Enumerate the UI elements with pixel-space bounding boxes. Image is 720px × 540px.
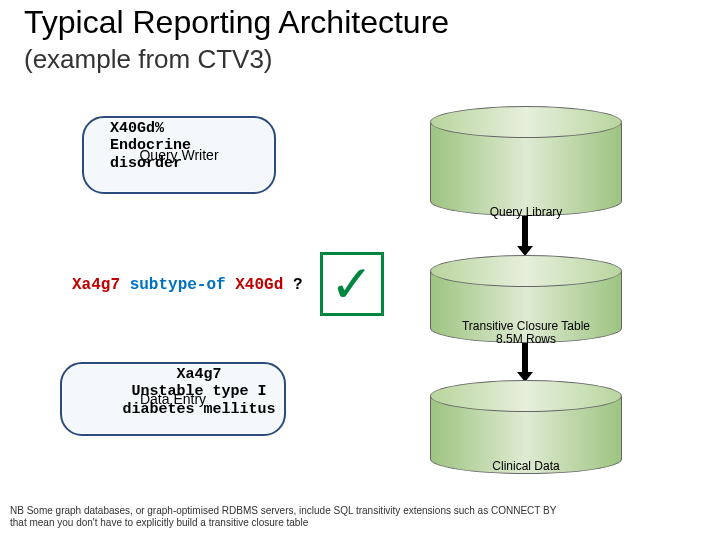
checkmark-box: ✓ [320,252,384,316]
closure-line2: 8.5M Rows [431,333,621,346]
qw-code-l1: X40Gd% [110,120,164,137]
qw-code-l2: Endocrine [110,137,191,154]
closure-line1: Transitive Closure Table [462,319,590,333]
db-transitive-closure: Transitive Closure Table 8.5M Rows [430,255,620,343]
cylinder-top [430,255,622,287]
expr-subject: Xa4g7 [72,276,120,294]
query-writer-code: X40Gd% Endocrine disorder [110,120,191,172]
footnote: NB Some graph databases, or graph-optimi… [10,505,570,528]
data-entry-code: Xa4g7 Unstable type I diabetes mellitus [114,366,284,418]
db-query-library: Query Library [430,106,620,216]
db-transitive-closure-label: Transitive Closure Table 8.5M Rows [431,320,621,346]
expr-object: X40Gd [235,276,283,294]
check-icon: ✓ [330,258,374,310]
slide-subtitle: (example from CTV3) [24,44,273,75]
cylinder-top [430,106,622,138]
db-clinical-data-label: Clinical Data [431,459,621,473]
expr-relation: subtype-of [130,276,226,294]
cylinder-top [430,380,622,412]
subtype-query-expression: Xa4g7 subtype-of X40Gd ? [72,276,302,294]
de-code-l1: Xa4g7 [114,366,284,383]
expr-qmark: ? [293,276,303,294]
db-query-library-label: Query Library [431,205,621,219]
de-code-l3: diabetes mellitus [114,401,284,418]
qw-code-l3: disorder [110,155,182,172]
slide-title: Typical Reporting Architecture [24,4,449,41]
de-code-l2: Unstable type I [114,383,284,400]
db-clinical-data: Clinical Data [430,380,620,474]
